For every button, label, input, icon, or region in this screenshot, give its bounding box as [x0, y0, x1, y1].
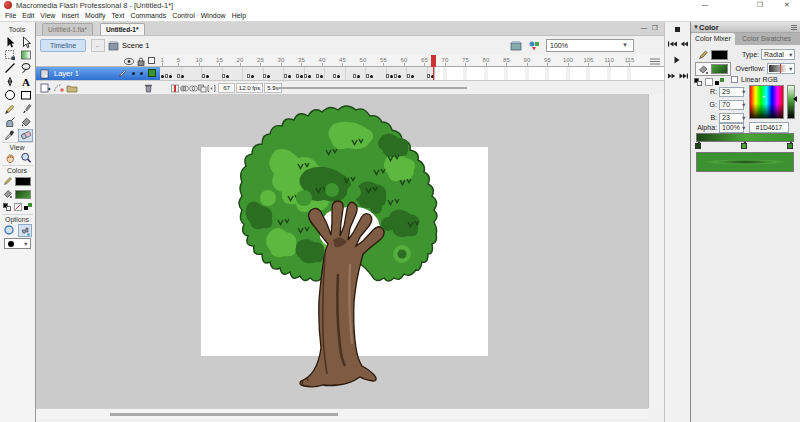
- color-panel-tab[interactable]: Color Swatches: [738, 33, 795, 45]
- menu-help[interactable]: Help: [229, 11, 249, 20]
- pencil-tool[interactable]: [2, 102, 17, 115]
- lasso-tool[interactable]: [18, 62, 33, 75]
- stroke-color-swatch[interactable]: [15, 177, 31, 186]
- layer-visible-dot[interactable]: [132, 72, 135, 75]
- free-transform-tool[interactable]: [2, 48, 17, 61]
- vertical-scrollbar[interactable]: [648, 94, 664, 408]
- doc-restore-button[interactable]: ❐: [651, 24, 659, 32]
- tree-drawing[interactable]: [36, 94, 648, 408]
- eyedropper-tool[interactable]: [2, 129, 17, 142]
- edit-multiple-frames-icon[interactable]: [198, 84, 207, 93]
- zoom-level-select[interactable]: 100%: [546, 39, 634, 52]
- menu-edit[interactable]: Edit: [19, 11, 37, 20]
- color-spectrum-picker[interactable]: +: [749, 85, 784, 119]
- menu-modify[interactable]: Modify: [82, 11, 109, 20]
- add-motion-guide-icon[interactable]: [53, 83, 64, 93]
- default-colors-button[interactable]: [694, 78, 703, 86]
- line-tool[interactable]: [2, 62, 17, 75]
- hand-tool[interactable]: [2, 151, 17, 164]
- layer-name[interactable]: Layer 1: [54, 69, 79, 78]
- playhead[interactable]: [431, 55, 436, 67]
- no-color-button[interactable]: [14, 203, 22, 211]
- default-colors-button[interactable]: [3, 203, 12, 211]
- center-frame-icon[interactable]: [171, 84, 179, 93]
- stroke-pencil-icon[interactable]: [698, 49, 709, 60]
- keyframe-dot[interactable]: [181, 75, 184, 78]
- keyframe-dot[interactable]: [169, 75, 172, 78]
- close-button[interactable]: ✕: [782, 1, 792, 9]
- keyframe-dot[interactable]: [300, 75, 303, 78]
- document-tab[interactable]: Untitled-1.fla*: [42, 23, 93, 35]
- timeline-frames[interactable]: [160, 67, 664, 80]
- timeline-ruler[interactable]: 1510152025303540455055606570758085909510…: [160, 55, 664, 67]
- frame-rate-indicator[interactable]: 12.0 fps: [236, 83, 263, 93]
- delete-layer-trash-icon[interactable]: [144, 83, 153, 93]
- menu-view[interactable]: View: [37, 11, 58, 20]
- zoom-tool[interactable]: [18, 151, 33, 164]
- brush-tool[interactable]: [18, 102, 33, 115]
- paint-bucket-tool[interactable]: [18, 115, 33, 128]
- eraser-shape-dropdown[interactable]: ▼: [4, 238, 31, 249]
- show-hide-eye-icon[interactable]: [124, 58, 134, 65]
- insert-folder-icon[interactable]: [66, 83, 78, 93]
- keyframe-dot[interactable]: [337, 75, 340, 78]
- panel-menu-icon[interactable]: [790, 24, 798, 31]
- edit-scene-icon[interactable]: [510, 40, 523, 51]
- keyframe-dot[interactable]: [251, 75, 254, 78]
- horizontal-scrollbar-thumb[interactable]: [110, 413, 338, 416]
- ink-bottle-tool[interactable]: [2, 115, 17, 128]
- fill-color-swatch[interactable]: [15, 190, 31, 199]
- layer-outline-color-swatch[interactable]: [148, 69, 156, 77]
- linear-rgb-checkbox[interactable]: [731, 76, 738, 83]
- lock-icon[interactable]: [137, 57, 145, 66]
- timeline-toggle-button[interactable]: Timeline: [40, 39, 86, 52]
- gradient-stop-1[interactable]: [695, 143, 701, 149]
- menu-window[interactable]: Window: [198, 11, 229, 20]
- document-tab[interactable]: Untitled-1*: [100, 23, 145, 35]
- rectangle-tool[interactable]: [18, 89, 33, 102]
- keyframe-dot[interactable]: [161, 75, 164, 78]
- eraser-tool[interactable]: [18, 129, 33, 142]
- menu-file[interactable]: File: [2, 11, 19, 20]
- pen-tool[interactable]: [2, 75, 17, 88]
- onion-skin-outlines-icon[interactable]: [189, 84, 198, 93]
- frame-view-options-icon[interactable]: [649, 57, 661, 66]
- modify-onion-markers-icon[interactable]: [207, 84, 216, 93]
- subselection-tool[interactable]: [18, 35, 33, 48]
- text-tool[interactable]: A: [18, 75, 33, 88]
- eraser-mode-button[interactable]: [3, 224, 16, 237]
- restore-button[interactable]: ❐: [755, 1, 765, 9]
- brightness-slider[interactable]: [787, 85, 795, 119]
- fill-color-control[interactable]: [2, 189, 13, 199]
- gradient-stop-3[interactable]: [787, 143, 793, 149]
- swap-colors-button[interactable]: [24, 203, 33, 211]
- selection-tool[interactable]: [2, 35, 17, 48]
- insert-layer-icon[interactable]: [40, 83, 51, 93]
- brightness-slider-marker[interactable]: [793, 96, 797, 102]
- menu-commands[interactable]: Commands: [127, 11, 169, 20]
- gradient-stop-2[interactable]: [741, 143, 747, 149]
- onion-skin-icon[interactable]: [180, 84, 189, 93]
- layer-row[interactable]: Layer 1: [36, 67, 160, 80]
- minimize-button[interactable]: —: [700, 1, 710, 8]
- color-panel-header[interactable]: ▼ Color: [691, 22, 800, 33]
- menu-control[interactable]: Control: [169, 11, 198, 20]
- outline-view-icon[interactable]: [148, 57, 155, 64]
- menu-insert[interactable]: Insert: [58, 11, 82, 20]
- faucet-button[interactable]: [18, 224, 32, 237]
- stroke-color-control[interactable]: [3, 176, 13, 186]
- horizontal-scrollbar[interactable]: [36, 408, 648, 419]
- hex-value-field[interactable]: #1D4617: [749, 122, 789, 133]
- scene-label[interactable]: Scene 1: [122, 41, 150, 50]
- swap-colors-button[interactable]: [715, 78, 725, 86]
- edit-symbols-icon[interactable]: [528, 40, 541, 51]
- keyframe-dot[interactable]: [288, 75, 291, 78]
- keyframe-dot[interactable]: [370, 75, 373, 78]
- keyframe-dot[interactable]: [411, 75, 414, 78]
- gradient-transform-tool[interactable]: [18, 48, 33, 61]
- layer-lock-dot[interactable]: [140, 72, 143, 75]
- menu-text[interactable]: Text: [109, 11, 128, 20]
- doc-minimize-button[interactable]: —: [640, 24, 648, 31]
- stage[interactable]: [36, 94, 648, 408]
- timeline-scrollbar-thumb[interactable]: [273, 87, 467, 89]
